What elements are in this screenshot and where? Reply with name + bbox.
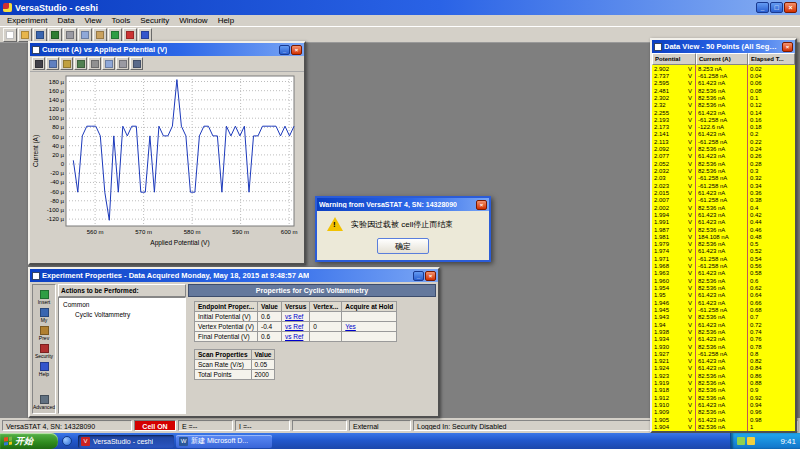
table-row[interactable]: 1.979V82.536 nA0.5	[652, 241, 795, 248]
table-row[interactable]: 1.905V61.423 nA0.98	[652, 416, 795, 423]
start-button[interactable]: 开始	[0, 433, 58, 449]
table-row[interactable]: 2.092V82.536 nA0.24	[652, 145, 795, 152]
chart-close-button[interactable]: ×	[291, 45, 302, 55]
prop-cell[interactable]: 0.6	[258, 332, 282, 342]
menu-experiment[interactable]: Experiment	[2, 16, 52, 25]
table-row[interactable]: 2.077V61.423 nA0.26	[652, 153, 795, 160]
menu-security[interactable]: Security	[135, 16, 174, 25]
table-row[interactable]: 1.938V82.536 nA0.74	[652, 328, 795, 335]
table-row[interactable]: 2.255V61.423 nA0.14	[652, 109, 795, 116]
pan-button[interactable]	[60, 57, 73, 70]
save-button[interactable]	[33, 28, 47, 42]
table-row[interactable]: 1.981V184.108 nA0.48	[652, 233, 795, 240]
table-row[interactable]: 1.910V61.423 nA0.94	[652, 401, 795, 408]
table-row[interactable]: 1.95V61.423 nA0.64	[652, 292, 795, 299]
close-button[interactable]: ×	[784, 2, 797, 13]
menu-view[interactable]: View	[79, 16, 106, 25]
zoom-button[interactable]	[46, 57, 59, 70]
menu-help[interactable]: Help	[213, 16, 239, 25]
experiment-close-button[interactable]: ×	[425, 271, 436, 281]
app-titlebar[interactable]: VersaStudio - ceshi _ □ ×	[0, 0, 800, 15]
tree-item-common[interactable]: Common	[61, 301, 183, 308]
sidebar-button-prev[interactable]: Prev	[33, 326, 55, 341]
table-row[interactable]: 1.924V61.423 nA0.84	[652, 365, 795, 372]
prop-cell[interactable]: Yes	[342, 322, 397, 332]
prop-cell[interactable]: 2000	[251, 370, 275, 380]
sidebar-button-insert[interactable]: Insert	[33, 290, 55, 305]
export-button[interactable]	[48, 28, 62, 42]
table-row[interactable]: 1.991V61.423 nA0.44	[652, 219, 795, 226]
table-row[interactable]: 1.94V61.423 nA0.72	[652, 321, 795, 328]
column-header-current[interactable]: Current (A)	[696, 53, 748, 65]
table-row[interactable]: 2.902V8.253 nA0.02	[652, 65, 795, 72]
copy-button[interactable]	[78, 28, 92, 42]
table-row[interactable]: 1.943V82.536 nA0.7	[652, 314, 795, 321]
menu-window[interactable]: Window	[174, 16, 212, 25]
table-row[interactable]: 1.912V82.536 nA0.92	[652, 394, 795, 401]
minimize-button[interactable]: _	[756, 2, 769, 13]
data-view-close-button[interactable]: ×	[782, 42, 793, 52]
menu-tools[interactable]: Tools	[107, 16, 136, 25]
paste-button[interactable]	[93, 28, 107, 42]
axes-button[interactable]	[74, 57, 87, 70]
warning-close-button[interactable]: ×	[476, 200, 487, 210]
table-row[interactable]: 1.927V-61.258 nA0.8	[652, 350, 795, 357]
help-button[interactable]	[138, 28, 152, 42]
table-row[interactable]: 1.960V82.536 nA0.6	[652, 277, 795, 284]
prop-cell[interactable]: vs Ref	[281, 322, 309, 332]
chart-minimize-button[interactable]: _	[279, 45, 290, 55]
column-header-elapsed[interactable]: Elapsed T...	[748, 53, 795, 65]
column-header-potential[interactable]: Potential	[652, 53, 696, 65]
prop-cell[interactable]: -0.4	[258, 322, 282, 332]
table-row[interactable]: 2.737V-61.258 nA0.04	[652, 72, 795, 79]
table-row[interactable]: 1.930V82.536 nA0.78	[652, 343, 795, 350]
table-row[interactable]: 1.904V82.536 nA1	[652, 423, 795, 430]
prop-cell[interactable]: vs Ref	[281, 332, 309, 342]
table-row[interactable]: 1.974V61.423 nA0.52	[652, 248, 795, 255]
sidebar-button-security[interactable]: Security	[33, 344, 55, 359]
pointer-button[interactable]	[32, 57, 45, 70]
print-button[interactable]	[63, 28, 77, 42]
sidebar-button-my[interactable]: My	[33, 308, 55, 323]
table-row[interactable]: 2.595V61.423 nA0.06	[652, 80, 795, 87]
copy-chart-button[interactable]	[102, 57, 115, 70]
data-view-titlebar[interactable]: Data View - 50 Points (All Segm... ×	[652, 40, 795, 53]
prop-cell[interactable]: 0	[310, 322, 342, 332]
chart-canvas[interactable]: 180 µ160 µ140 µ120 µ100 µ80 µ60 µ40 µ20 …	[30, 72, 304, 263]
table-row[interactable]: 2.481V82.536 nA0.08	[652, 87, 795, 94]
table-row[interactable]: 2.015V61.423 nA0.36	[652, 189, 795, 196]
warning-dialog-titlebar[interactable]: Warning from VersaSTAT 4, SN: 14328090 ×	[317, 198, 489, 211]
table-row[interactable]: 1.909V82.536 nA0.96	[652, 409, 795, 416]
table-row[interactable]: 1.963V61.423 nA0.58	[652, 270, 795, 277]
experiment-window-titlebar[interactable]: Experiment Properties - Data Acquired Mo…	[30, 269, 438, 282]
table-row[interactable]: 1.954V82.536 nA0.62	[652, 284, 795, 291]
sidebar-button-advanced[interactable]: Advanced	[33, 395, 55, 410]
table-row[interactable]: 1.968V-61.258 nA0.56	[652, 262, 795, 269]
menu-data[interactable]: Data	[52, 16, 79, 25]
maximize-button[interactable]: □	[770, 2, 783, 13]
tray-network-icon[interactable]	[737, 437, 745, 445]
table-row[interactable]: 1.934V61.423 nA0.76	[652, 336, 795, 343]
table-row[interactable]: 2.002V82.536 nA0.4	[652, 204, 795, 211]
open-button[interactable]	[18, 28, 32, 42]
chart-window-titlebar[interactable]: Current (A) vs Applied Potential (V) _ ×	[30, 43, 304, 56]
table-row[interactable]: 1.919V82.536 nA0.88	[652, 379, 795, 386]
taskbar-task-1[interactable]: VVersaStudio - ceshi	[78, 435, 174, 448]
table-row[interactable]: 1.946V61.423 nA0.66	[652, 299, 795, 306]
table-row[interactable]: 1.994V61.423 nA0.42	[652, 211, 795, 218]
prop-cell[interactable]: 0.05	[251, 360, 275, 370]
table-row[interactable]: 2.032V82.536 nA0.3	[652, 167, 795, 174]
table-row[interactable]: 1.945V-61.258 nA0.68	[652, 306, 795, 313]
ok-button[interactable]: 确定	[377, 238, 429, 254]
chart-settings-button[interactable]	[130, 57, 143, 70]
table-row[interactable]: 2.007V-61.258 nA0.38	[652, 197, 795, 204]
stop-button[interactable]	[123, 28, 137, 42]
prop-cell[interactable]: 0.6	[258, 312, 282, 322]
tray-volume-icon[interactable]	[747, 437, 755, 445]
table-row[interactable]: 1.918V82.536 nA0.9	[652, 387, 795, 394]
table-row[interactable]: 1.987V82.536 nA0.46	[652, 226, 795, 233]
table-row[interactable]: 2.302V82.536 nA0.1	[652, 94, 795, 101]
prop-cell[interactable]: vs Ref	[281, 312, 309, 322]
grid-button[interactable]	[88, 57, 101, 70]
table-row[interactable]: 1.923V82.536 nA0.86	[652, 372, 795, 379]
